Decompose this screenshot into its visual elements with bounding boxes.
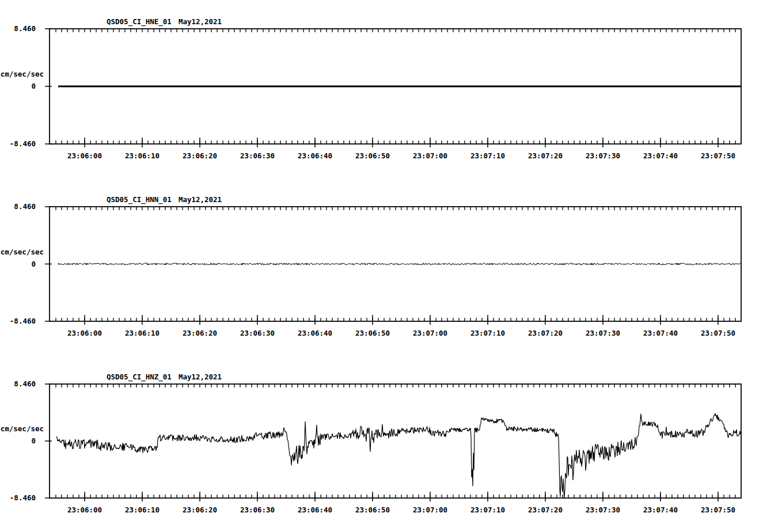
x-tick-label: 23:07:20 <box>528 506 563 514</box>
x-tick-label: 23:06:10 <box>125 151 160 160</box>
y-axis-ticks <box>45 29 52 144</box>
date-label: May12,2021 <box>179 196 222 204</box>
x-tick-label: 23:06:20 <box>183 329 217 337</box>
waveform-trace <box>58 263 741 265</box>
x-tick-labels: 23:06:0023:06:1023:06:2023:06:3023:06:40… <box>67 329 735 337</box>
x-tick-label: 23:06:10 <box>125 329 160 337</box>
panel-hnz: QSD05_CI_HNZ_01 May12,2021 23:06:0023:06… <box>0 355 782 532</box>
x-tick-label: 23:06:30 <box>240 151 275 160</box>
x-tick-label: 23:07:40 <box>643 506 678 514</box>
x-tick-label: 23:06:40 <box>298 506 332 514</box>
y-tick-label: -8.460 <box>10 139 36 148</box>
x-tick-label: 23:07:40 <box>643 329 678 337</box>
x-tick-label: 23:06:40 <box>298 329 332 337</box>
x-tick-label: 23:06:20 <box>183 506 217 514</box>
y-tick-label: 0 <box>31 436 36 445</box>
x-tick-label: 23:06:30 <box>240 506 275 514</box>
x-tick-label: 23:07:20 <box>528 151 563 160</box>
y-tick-label: 8.460 <box>14 24 36 33</box>
x-tick-label: 23:07:00 <box>413 151 447 160</box>
x-tick-label: 23:06:10 <box>125 506 160 514</box>
date-label: May12,2021 <box>179 373 222 381</box>
y-tick-labels: 8.4600-8.460 <box>10 24 36 148</box>
x-tick-label: 23:07:30 <box>586 506 620 514</box>
panel-title: QSD05_CI_HNZ_01 May12,2021 <box>107 373 222 381</box>
seismogram-figure: QSD05_CI_HNE_01 May12,2021 23:06:0023:06… <box>0 0 782 532</box>
x-tick-label: 23:07:00 <box>413 506 447 514</box>
x-tick-label: 23:07:20 <box>528 329 563 337</box>
x-tick-label: 23:07:50 <box>701 151 735 160</box>
y-tick-label: 0 <box>31 260 36 268</box>
panel-hne: QSD05_CI_HNE_01 May12,2021 23:06:0023:06… <box>0 0 782 177</box>
x-tick-label: 23:07:50 <box>701 329 735 337</box>
x-tick-label: 23:06:20 <box>183 151 217 160</box>
panel-title: QSD05_CI_HNN_01 May12,2021 <box>107 196 222 204</box>
y-tick-labels: 8.4600-8.460 <box>10 202 36 325</box>
x-tick-label: 23:06:50 <box>355 151 390 160</box>
y-tick-label: 0 <box>31 82 36 90</box>
x-tick-label: 23:06:30 <box>240 329 275 337</box>
axis-box <box>50 384 741 498</box>
x-tick-label: 23:07:10 <box>470 151 505 160</box>
panel-plot-hne: 23:06:0023:06:1023:06:2023:06:3023:06:40… <box>0 0 782 177</box>
x-tick-label: 23:06:50 <box>355 506 390 514</box>
panel-title: QSD05_CI_HNE_01 May12,2021 <box>107 18 222 26</box>
panel-plot-hnn: 23:06:0023:06:1023:06:2023:06:3023:06:40… <box>0 178 782 355</box>
axis-ticks <box>45 207 735 325</box>
x-tick-label: 23:07:10 <box>470 506 505 514</box>
y-tick-labels: 8.4600-8.460 <box>10 379 36 502</box>
x-tick-label: 23:07:30 <box>586 151 620 160</box>
panel-hnn: QSD05_CI_HNN_01 May12,2021 23:06:0023:06… <box>0 178 782 355</box>
y-tick-label: 8.460 <box>14 202 36 211</box>
x-tick-label: 23:07:40 <box>643 151 678 160</box>
x-tick-label: 23:06:00 <box>67 329 102 337</box>
y-axis-ticks <box>45 384 52 498</box>
x-tick-label: 23:06:40 <box>298 151 332 160</box>
y-axis-unit-label: cm/sec/sec <box>1 424 44 433</box>
waveform-trace <box>56 413 741 498</box>
axis-ticks <box>45 29 735 147</box>
y-tick-label: -8.460 <box>10 493 36 502</box>
date-label: May12,2021 <box>179 18 222 26</box>
y-axis-ticks <box>45 207 52 321</box>
x-tick-label: 23:06:00 <box>67 151 102 160</box>
x-tick-label: 23:07:10 <box>470 329 505 337</box>
y-axis-unit-label: cm/sec/sec <box>1 70 44 78</box>
x-tick-label: 23:06:00 <box>67 506 102 514</box>
x-tick-label: 23:07:50 <box>701 506 735 514</box>
x-tick-label: 23:07:30 <box>586 329 620 337</box>
y-axis-unit-label: cm/sec/sec <box>1 248 44 256</box>
station-channel-label: QSD05_CI_HNZ_01 <box>107 373 172 381</box>
x-tick-labels: 23:06:0023:06:1023:06:2023:06:3023:06:40… <box>67 151 735 160</box>
x-tick-label: 23:06:50 <box>355 329 390 337</box>
station-channel-label: QSD05_CI_HNN_01 <box>107 196 172 204</box>
x-tick-labels: 23:06:0023:06:1023:06:2023:06:3023:06:40… <box>67 506 735 514</box>
y-tick-label: -8.460 <box>10 317 36 325</box>
station-channel-label: QSD05_CI_HNE_01 <box>107 18 172 26</box>
y-tick-label: 8.460 <box>14 379 36 388</box>
panel-plot-hnz: 23:06:0023:06:1023:06:2023:06:3023:06:40… <box>0 355 782 532</box>
x-tick-label: 23:07:00 <box>413 329 447 337</box>
